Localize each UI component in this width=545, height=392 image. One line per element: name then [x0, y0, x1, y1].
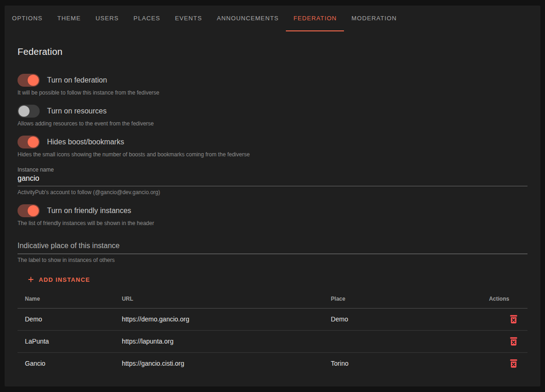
friendly-instances-toggle[interactable]: Turn on friendly instances [18, 204, 527, 217]
toggle-switch-icon[interactable] [18, 204, 40, 217]
trash-x-icon [508, 336, 519, 347]
cell-name: Demo [18, 308, 114, 330]
admin-panel: Options Theme Users Places Events Announ… [5, 6, 540, 386]
plus-icon [27, 275, 35, 284]
tab-options[interactable]: Options [5, 6, 50, 31]
trash-x-icon [508, 358, 519, 369]
toggle-switch-icon[interactable] [18, 136, 40, 148]
tab-federation[interactable]: Federation [286, 6, 344, 31]
hide-boost-toggle[interactable]: Hides boost/bookmarks [18, 136, 527, 148]
tab-events[interactable]: Events [168, 6, 210, 31]
friendly-instances-toggle-hint: The list of friendly instances will be s… [18, 220, 527, 227]
resources-toggle-hint: Allows adding resources to the event fro… [18, 120, 527, 127]
cell-url: https://lapunta.org [114, 330, 323, 352]
instance-place-hint: The label to show in instances of others [18, 256, 527, 264]
table-row: LaPunta https://lapunta.org [18, 330, 527, 352]
cell-name: LaPunta [18, 330, 114, 352]
toggle-label: Turn on friendly instances [47, 207, 131, 215]
tab-users[interactable]: Users [88, 6, 126, 31]
header-actions: Actions [481, 290, 527, 308]
hide-boost-toggle-hint: Hides the small icons showing the number… [18, 151, 527, 158]
toggle-label: Turn on federation [47, 76, 107, 84]
federation-toggle[interactable]: Turn on federation [18, 74, 527, 87]
resources-toggle[interactable]: Turn on resources [18, 105, 527, 118]
table-row: Gancio https://gancio.cisti.org Torino [18, 352, 527, 374]
header-place: Place [324, 290, 482, 308]
instance-name-field: Instance name ActivityPub's account to f… [18, 166, 527, 196]
federation-toggle-hint: It will be possible to follow this insta… [18, 89, 527, 96]
cell-url: https://demo.gancio.org [114, 308, 323, 330]
table-row: Demo https://demo.gancio.org Demo [18, 308, 527, 330]
tab-announcements[interactable]: Announcements [209, 6, 286, 31]
header-url: URL [114, 290, 323, 308]
toggle-label: Turn on resources [47, 107, 107, 115]
tab-theme[interactable]: Theme [50, 6, 88, 31]
header-name: Name [18, 290, 114, 308]
cell-place [324, 330, 482, 352]
toggle-label: Hides boost/bookmarks [47, 138, 124, 146]
instance-name-label: Instance name [18, 166, 527, 173]
instance-name-hint: ActivityPub's account to follow (@gancio… [18, 189, 527, 196]
toggle-switch-icon[interactable] [18, 105, 40, 118]
trash-x-icon [508, 314, 519, 325]
toggle-switch-icon[interactable] [18, 74, 40, 87]
tab-moderation[interactable]: Moderation [344, 6, 404, 31]
delete-instance-button[interactable] [507, 357, 520, 370]
instances-table: Name URL Place Actions Demo https://demo… [18, 290, 527, 374]
cell-url: https://gancio.cisti.org [114, 352, 323, 374]
cell-place: Torino [324, 352, 482, 374]
page-title: Federation [18, 45, 527, 58]
delete-instance-button[interactable] [507, 335, 520, 348]
cell-place: Demo [324, 308, 482, 330]
admin-tabbar: Options Theme Users Places Events Announ… [5, 6, 540, 31]
instance-place-field: The label to show in instances of others [18, 242, 527, 264]
tab-places[interactable]: Places [126, 6, 168, 31]
add-instance-button[interactable]: ADD INSTANCE [23, 271, 94, 288]
add-instance-label: ADD INSTANCE [39, 276, 90, 283]
instance-place-input[interactable] [18, 242, 527, 254]
federation-settings: Federation Turn on federation It will be… [5, 45, 540, 374]
cell-name: Gancio [18, 352, 114, 374]
delete-instance-button[interactable] [507, 313, 520, 326]
table-header-row: Name URL Place Actions [18, 290, 527, 308]
instance-name-input[interactable] [18, 174, 527, 186]
